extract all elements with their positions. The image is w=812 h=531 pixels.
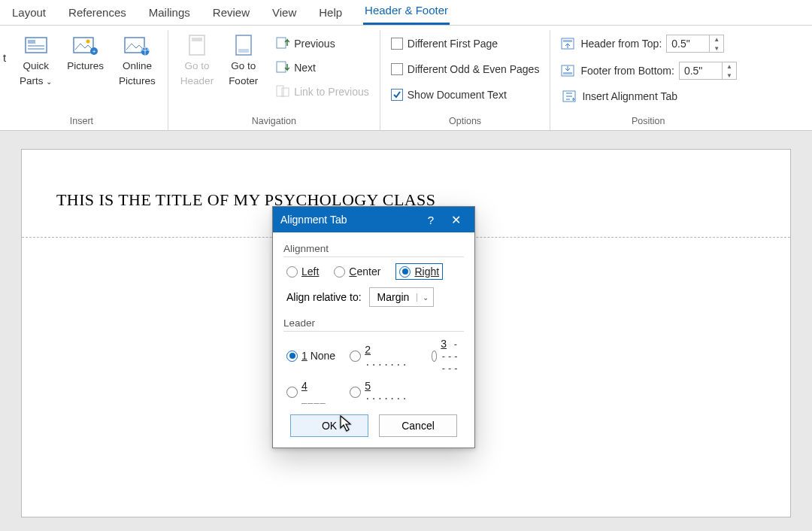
different-odd-even-label: Different Odd & Even Pages <box>408 63 540 75</box>
tab-layout[interactable]: Layout <box>11 3 47 25</box>
leader-1-none-radio[interactable]: 1 None <box>286 338 338 374</box>
link-to-previous-label: Link to Previous <box>294 86 369 98</box>
svg-rect-15 <box>277 62 286 72</box>
group-label-options: Options <box>388 116 543 129</box>
footer-from-bottom-input[interactable]: 0.5" ▲▼ <box>679 62 737 80</box>
align-right-radio[interactable]: Right <box>395 263 443 280</box>
online-pictures-button[interactable]: Online Pictures <box>114 32 160 88</box>
leader-3-dashes-radio[interactable]: 3 ------- <box>432 338 464 374</box>
show-document-text-checkbox[interactable]: Show Document Text <box>388 86 543 104</box>
svg-rect-11 <box>192 38 202 41</box>
dialog-titlebar[interactable]: Alignment Tab ? ✕ <box>273 207 474 232</box>
quick-parts-label-1: Quick <box>23 60 49 72</box>
alignment-tab-dialog: Alignment Tab ? ✕ Alignment Left Center … <box>272 206 475 448</box>
dialog-close-button[interactable]: ✕ <box>444 213 467 227</box>
tab-view[interactable]: View <box>271 3 298 25</box>
insert-alignment-tab-button[interactable]: Insert Alignment Tab <box>558 87 738 105</box>
svg-rect-16 <box>277 86 283 96</box>
link-to-previous-icon <box>276 85 289 99</box>
goto-footer-l1: Go to <box>231 60 256 72</box>
tab-references[interactable]: References <box>67 3 128 25</box>
insert-alignment-tab-icon <box>561 89 577 104</box>
svg-rect-19 <box>563 40 572 42</box>
link-to-previous-button[interactable]: Link to Previous <box>273 83 372 101</box>
svg-rect-3 <box>28 48 44 50</box>
group-label-position: Position <box>558 116 738 129</box>
dialog-help-button[interactable]: ? <box>423 214 438 226</box>
show-document-text-label: Show Document Text <box>408 89 507 101</box>
pictures-label: Pictures <box>67 60 104 72</box>
leader-2-dots-radio[interactable]: 2 ....... <box>350 338 419 374</box>
chevron-down-icon[interactable]: ⌄ <box>417 293 433 302</box>
different-first-page-checkbox[interactable]: Different First Page <box>388 35 543 53</box>
next-label: Next <box>294 62 316 74</box>
svg-rect-17 <box>282 88 289 96</box>
goto-footer-icon <box>230 33 257 57</box>
align-center-radio[interactable]: Center <box>334 266 380 278</box>
leader-4-underline-radio[interactable]: 4 ____ <box>286 380 338 404</box>
tab-mailings[interactable]: Mailings <box>147 3 192 25</box>
checkbox-empty-icon <box>391 38 403 50</box>
goto-header-l1: Go to <box>184 60 209 72</box>
group-label-navigation: Navigation <box>176 116 372 129</box>
goto-header-button[interactable]: Go to Header <box>176 32 218 88</box>
header-from-top-input[interactable]: 0.5" ▲▼ <box>666 35 724 53</box>
online-pictures-label-1: Online <box>123 60 152 72</box>
ok-button[interactable]: OK <box>290 414 368 437</box>
tab-header-footer[interactable]: Header & Footer <box>363 1 450 25</box>
tab-review[interactable]: Review <box>211 3 251 25</box>
align-relative-value: Margin <box>370 291 417 303</box>
header-from-top-icon <box>559 36 576 51</box>
ribbon: t Quick Parts ⌄ + Pictures Online <box>0 26 812 131</box>
quick-parts-label-2: Parts ⌄ <box>20 75 52 87</box>
svg-rect-4 <box>74 38 93 53</box>
leader-5-middots-radio[interactable]: 5 ······· <box>350 380 419 404</box>
mouse-cursor-icon <box>340 415 355 435</box>
checkbox-checked-icon <box>391 89 403 101</box>
goto-footer-l2: Footer <box>229 75 258 87</box>
goto-header-icon <box>183 33 211 57</box>
goto-header-l2: Header <box>180 75 214 87</box>
pictures-button[interactable]: + Pictures <box>62 32 108 88</box>
previous-button[interactable]: Previous <box>273 35 372 53</box>
footer-from-bottom-label: Footer from Bottom: <box>580 65 674 77</box>
header-from-top-label: Header from Top: <box>580 38 662 50</box>
different-odd-even-checkbox[interactable]: Different Odd & Even Pages <box>388 60 543 78</box>
svg-rect-21 <box>563 72 572 74</box>
checkbox-empty-icon <box>391 63 403 75</box>
footer-from-bottom-icon <box>559 63 576 78</box>
online-pictures-icon <box>123 33 150 57</box>
previous-icon <box>276 37 289 51</box>
cancel-button[interactable]: Cancel <box>379 414 457 437</box>
next-button[interactable]: Next <box>273 59 372 77</box>
header-from-top-value: 0.5" <box>667 38 709 50</box>
tab-help[interactable]: Help <box>317 3 344 25</box>
leader-section-label: Leader <box>283 317 464 329</box>
spin-up-icon[interactable]: ▲ <box>710 35 723 44</box>
next-icon <box>276 61 289 75</box>
svg-rect-13 <box>238 49 249 53</box>
quick-parts-icon <box>23 33 50 57</box>
align-relative-combo[interactable]: Margin ⌄ <box>369 287 435 307</box>
svg-rect-1 <box>28 40 35 44</box>
quick-parts-button[interactable]: Quick Parts ⌄ <box>15 32 56 88</box>
ribbon-tabs: Layout References Mailings Review View H… <box>0 0 812 26</box>
svg-rect-14 <box>277 38 286 48</box>
dialog-title: Alignment Tab <box>280 214 347 226</box>
pictures-icon: + <box>72 33 99 57</box>
alignment-section-label: Alignment <box>283 243 464 254</box>
previous-label: Previous <box>294 38 335 50</box>
svg-text:+: + <box>92 48 95 55</box>
different-first-page-label: Different First Page <box>408 38 498 50</box>
spin-up-icon[interactable]: ▲ <box>723 62 736 71</box>
spin-down-icon[interactable]: ▼ <box>723 71 736 80</box>
align-left-radio[interactable]: Left <box>286 266 319 278</box>
svg-point-5 <box>86 40 89 44</box>
spin-down-icon[interactable]: ▼ <box>710 44 723 53</box>
group-label-insert: Insert <box>3 116 160 129</box>
align-relative-label: Align relative to: <box>286 291 362 303</box>
svg-marker-23 <box>341 416 350 431</box>
footer-from-bottom-value: 0.5" <box>680 65 722 77</box>
goto-footer-button[interactable]: Go to Footer <box>224 32 262 88</box>
insert-alignment-tab-label: Insert Alignment Tab <box>582 90 677 102</box>
